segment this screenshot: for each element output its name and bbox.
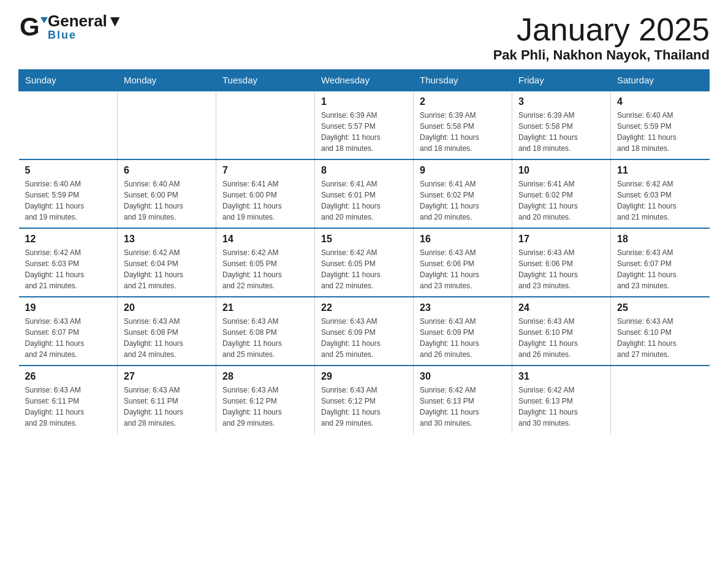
day-number: 5 (25, 165, 112, 176)
calendar-day-cell: 26Sunrise: 6:43 AMSunset: 6:11 PMDayligh… (19, 366, 118, 434)
day-info: Sunrise: 6:42 AMSunset: 6:04 PMDaylight:… (124, 247, 210, 291)
calendar-day-cell: 19Sunrise: 6:43 AMSunset: 6:07 PMDayligh… (19, 297, 118, 366)
day-number: 22 (321, 302, 407, 313)
day-number: 10 (518, 165, 604, 176)
calendar-day-cell: 1Sunrise: 6:39 AMSunset: 5:57 PMDaylight… (315, 91, 414, 159)
logo: G General▼ Blue (18, 12, 123, 42)
day-number: 25 (617, 302, 703, 313)
calendar-day-cell: 14Sunrise: 6:42 AMSunset: 6:05 PMDayligh… (216, 228, 315, 297)
day-info: Sunrise: 6:43 AMSunset: 6:07 PMDaylight:… (617, 247, 703, 291)
title-section: January 2025 Pak Phli, Nakhon Nayok, Tha… (493, 12, 710, 63)
header-thursday: Thursday (414, 70, 512, 91)
day-number: 28 (222, 371, 308, 382)
day-number: 18 (617, 234, 703, 245)
calendar-week-row: 5Sunrise: 6:40 AMSunset: 5:59 PMDaylight… (19, 159, 710, 228)
calendar-day-cell: 15Sunrise: 6:42 AMSunset: 6:05 PMDayligh… (315, 228, 414, 297)
header-tuesday: Tuesday (216, 70, 315, 91)
day-number: 16 (420, 234, 506, 245)
day-number: 9 (420, 165, 506, 176)
day-number: 30 (420, 371, 506, 382)
calendar-header-row: Sunday Monday Tuesday Wednesday Thursday… (19, 70, 710, 91)
header-monday: Monday (118, 70, 216, 91)
calendar-week-row: 19Sunrise: 6:43 AMSunset: 6:07 PMDayligh… (19, 297, 710, 366)
day-number: 27 (124, 371, 210, 382)
svg-text:G: G (20, 12, 40, 41)
day-info: Sunrise: 6:41 AMSunset: 6:02 PMDaylight:… (420, 178, 506, 223)
calendar-day-cell: 3Sunrise: 6:39 AMSunset: 5:58 PMDaylight… (512, 91, 611, 159)
calendar-day-cell: 28Sunrise: 6:43 AMSunset: 6:12 PMDayligh… (216, 366, 315, 434)
day-info: Sunrise: 6:41 AMSunset: 6:00 PMDaylight:… (222, 178, 308, 223)
day-number: 4 (617, 96, 703, 107)
day-number: 12 (25, 234, 112, 245)
calendar-day-cell (19, 91, 118, 159)
calendar-day-cell: 29Sunrise: 6:43 AMSunset: 6:12 PMDayligh… (315, 366, 414, 434)
header-saturday: Saturday (611, 70, 710, 91)
day-number: 19 (25, 302, 112, 313)
day-info: Sunrise: 6:42 AMSunset: 6:03 PMDaylight:… (25, 247, 112, 291)
day-info: Sunrise: 6:42 AMSunset: 6:03 PMDaylight:… (617, 178, 703, 223)
calendar-day-cell: 21Sunrise: 6:43 AMSunset: 6:08 PMDayligh… (216, 297, 315, 366)
day-info: Sunrise: 6:43 AMSunset: 6:11 PMDaylight:… (25, 385, 112, 429)
day-number: 1 (321, 96, 407, 107)
calendar-day-cell (216, 91, 315, 159)
calendar-week-row: 1Sunrise: 6:39 AMSunset: 5:57 PMDaylight… (19, 91, 710, 159)
header-sunday: Sunday (19, 70, 118, 91)
calendar-table: Sunday Monday Tuesday Wednesday Thursday… (18, 69, 710, 434)
day-info: Sunrise: 6:40 AMSunset: 6:00 PMDaylight:… (124, 178, 210, 223)
day-number: 11 (617, 165, 703, 176)
calendar-day-cell: 10Sunrise: 6:41 AMSunset: 6:02 PMDayligh… (512, 159, 611, 228)
calendar-day-cell (118, 91, 216, 159)
day-number: 13 (124, 234, 210, 245)
day-number: 29 (321, 371, 407, 382)
day-info: Sunrise: 6:43 AMSunset: 6:07 PMDaylight:… (25, 316, 112, 360)
day-info: Sunrise: 6:42 AMSunset: 6:13 PMDaylight:… (518, 385, 604, 429)
day-info: Sunrise: 6:43 AMSunset: 6:08 PMDaylight:… (124, 316, 210, 360)
day-info: Sunrise: 6:39 AMSunset: 5:58 PMDaylight:… (420, 110, 506, 154)
day-info: Sunrise: 6:43 AMSunset: 6:06 PMDaylight:… (420, 247, 506, 291)
day-info: Sunrise: 6:43 AMSunset: 6:09 PMDaylight:… (420, 316, 506, 360)
day-number: 14 (222, 234, 308, 245)
calendar-day-cell: 8Sunrise: 6:41 AMSunset: 6:01 PMDaylight… (315, 159, 414, 228)
day-number: 31 (518, 371, 604, 382)
day-info: Sunrise: 6:41 AMSunset: 6:01 PMDaylight:… (321, 178, 407, 223)
calendar-day-cell: 23Sunrise: 6:43 AMSunset: 6:09 PMDayligh… (414, 297, 512, 366)
day-info: Sunrise: 6:42 AMSunset: 6:13 PMDaylight:… (420, 385, 506, 429)
calendar-day-cell: 5Sunrise: 6:40 AMSunset: 5:59 PMDaylight… (19, 159, 118, 228)
page-header: G General▼ Blue January 2025 Pak Phli, N… (18, 12, 710, 63)
calendar-day-cell: 27Sunrise: 6:43 AMSunset: 6:11 PMDayligh… (118, 366, 216, 434)
header-wednesday: Wednesday (315, 70, 414, 91)
calendar-day-cell: 13Sunrise: 6:42 AMSunset: 6:04 PMDayligh… (118, 228, 216, 297)
calendar-day-cell: 20Sunrise: 6:43 AMSunset: 6:08 PMDayligh… (118, 297, 216, 366)
day-number: 7 (222, 165, 308, 176)
calendar-day-cell: 7Sunrise: 6:41 AMSunset: 6:00 PMDaylight… (216, 159, 315, 228)
day-info: Sunrise: 6:43 AMSunset: 6:08 PMDaylight:… (222, 316, 308, 360)
calendar-day-cell: 18Sunrise: 6:43 AMSunset: 6:07 PMDayligh… (611, 228, 710, 297)
day-info: Sunrise: 6:39 AMSunset: 5:57 PMDaylight:… (321, 110, 407, 154)
calendar-week-row: 12Sunrise: 6:42 AMSunset: 6:03 PMDayligh… (19, 228, 710, 297)
day-number: 8 (321, 165, 407, 176)
page-subtitle: Pak Phli, Nakhon Nayok, Thailand (493, 47, 710, 63)
calendar-day-cell: 17Sunrise: 6:43 AMSunset: 6:06 PMDayligh… (512, 228, 611, 297)
day-number: 17 (518, 234, 604, 245)
day-info: Sunrise: 6:43 AMSunset: 6:12 PMDaylight:… (222, 385, 308, 429)
calendar-day-cell (611, 366, 710, 434)
day-number: 26 (25, 371, 112, 382)
calendar-day-cell: 6Sunrise: 6:40 AMSunset: 6:00 PMDaylight… (118, 159, 216, 228)
day-number: 20 (124, 302, 210, 313)
day-info: Sunrise: 6:40 AMSunset: 5:59 PMDaylight:… (25, 178, 112, 223)
calendar-week-row: 26Sunrise: 6:43 AMSunset: 6:11 PMDayligh… (19, 366, 710, 434)
calendar-day-cell: 16Sunrise: 6:43 AMSunset: 6:06 PMDayligh… (414, 228, 512, 297)
day-info: Sunrise: 6:43 AMSunset: 6:06 PMDaylight:… (518, 247, 604, 291)
calendar-day-cell: 11Sunrise: 6:42 AMSunset: 6:03 PMDayligh… (611, 159, 710, 228)
day-info: Sunrise: 6:43 AMSunset: 6:10 PMDaylight:… (617, 316, 703, 360)
day-info: Sunrise: 6:42 AMSunset: 6:05 PMDaylight:… (222, 247, 308, 291)
logo-icon: G (18, 12, 48, 42)
calendar-day-cell: 9Sunrise: 6:41 AMSunset: 6:02 PMDaylight… (414, 159, 512, 228)
day-number: 21 (222, 302, 308, 313)
page-title: January 2025 (493, 12, 710, 47)
day-info: Sunrise: 6:41 AMSunset: 6:02 PMDaylight:… (518, 178, 604, 223)
calendar-day-cell: 12Sunrise: 6:42 AMSunset: 6:03 PMDayligh… (19, 228, 118, 297)
day-number: 3 (518, 96, 604, 107)
calendar-day-cell: 30Sunrise: 6:42 AMSunset: 6:13 PMDayligh… (414, 366, 512, 434)
day-info: Sunrise: 6:43 AMSunset: 6:11 PMDaylight:… (124, 385, 210, 429)
